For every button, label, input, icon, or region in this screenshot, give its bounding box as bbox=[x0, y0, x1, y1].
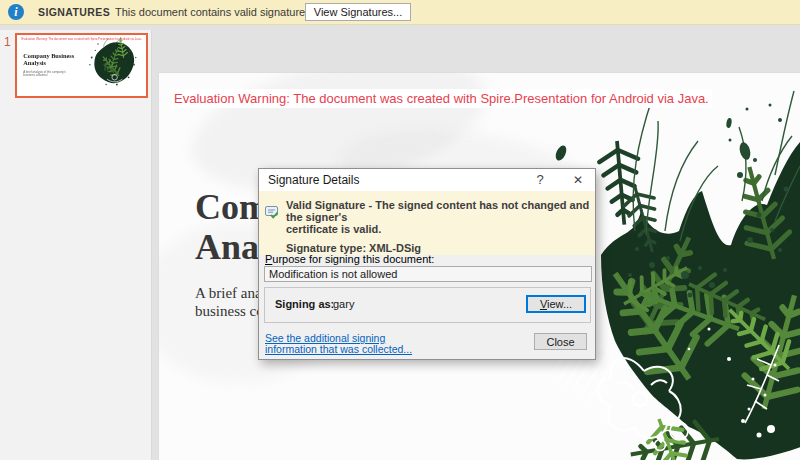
thumbnail-subtitle-line2: business collateral bbox=[23, 74, 66, 78]
signatures-banner-message: This document contains valid signatures. bbox=[115, 0, 314, 24]
signer-name: gary bbox=[333, 298, 354, 310]
slide-1-thumbnail[interactable]: Evaluation Warning: The document was cre… bbox=[15, 33, 148, 98]
signatures-banner: i SIGNATURES This document contains vali… bbox=[0, 0, 800, 25]
link-line1: See the additional signing bbox=[265, 333, 412, 344]
evaluation-warning-text: Evaluation Warning: The document was cre… bbox=[171, 89, 712, 108]
signature-valid-icon bbox=[265, 205, 279, 219]
purpose-label: Purpose for signing this document: bbox=[265, 253, 434, 265]
link-line2: information that was collected... bbox=[265, 344, 412, 355]
valid-signature-line2: certificate is valid. bbox=[286, 223, 595, 235]
thumbnail-title-line2: Analysis bbox=[23, 60, 74, 67]
info-icon: i bbox=[8, 4, 24, 20]
purpose-field[interactable]: Modification is not allowed bbox=[264, 266, 592, 282]
slide-thumbnail-panel: 1 Evaluation Warning: The document was c… bbox=[0, 30, 152, 460]
valid-signature-message: Valid Signature - The signed content has… bbox=[286, 191, 595, 255]
thumbnail-title: Company Business Analysis bbox=[23, 53, 74, 67]
additional-signing-info-link[interactable]: See the additional signing information t… bbox=[265, 333, 412, 354]
view-signatures-button[interactable]: View Signatures... bbox=[305, 3, 411, 21]
fern-artwork-thumbnail bbox=[72, 38, 140, 92]
valid-signature-line1: Valid Signature - The signed content has… bbox=[286, 199, 595, 223]
close-button[interactable]: Close bbox=[534, 333, 587, 350]
signatures-banner-label: SIGNATURES bbox=[38, 0, 110, 24]
dialog-help-button[interactable]: ? bbox=[525, 169, 555, 191]
slide-number: 1 bbox=[4, 35, 11, 49]
thumbnail-title-line1: Company Business bbox=[23, 53, 74, 60]
view-certificate-button[interactable]: View... bbox=[526, 295, 586, 313]
signing-as-label: Signing as: bbox=[275, 298, 334, 310]
dialog-titlebar[interactable]: Signature Details ? ✕ bbox=[259, 169, 595, 191]
thumbnail-subtitle: A brief analysis of the company's busine… bbox=[23, 70, 66, 77]
app-window: i SIGNATURES This document contains vali… bbox=[0, 0, 800, 460]
signature-details-dialog: Signature Details ? ✕ Valid Signature - … bbox=[258, 168, 596, 360]
signing-as-group: Signing as: gary View... bbox=[264, 287, 591, 323]
dialog-title: Signature Details bbox=[268, 169, 359, 191]
valid-signature-status-box: Valid Signature - The signed content has… bbox=[259, 191, 595, 255]
dialog-close-x-button[interactable]: ✕ bbox=[563, 169, 593, 191]
thumbnail-slide-preview: Evaluation Warning: The document was cre… bbox=[17, 35, 146, 96]
view-button-label: View... bbox=[540, 298, 572, 310]
